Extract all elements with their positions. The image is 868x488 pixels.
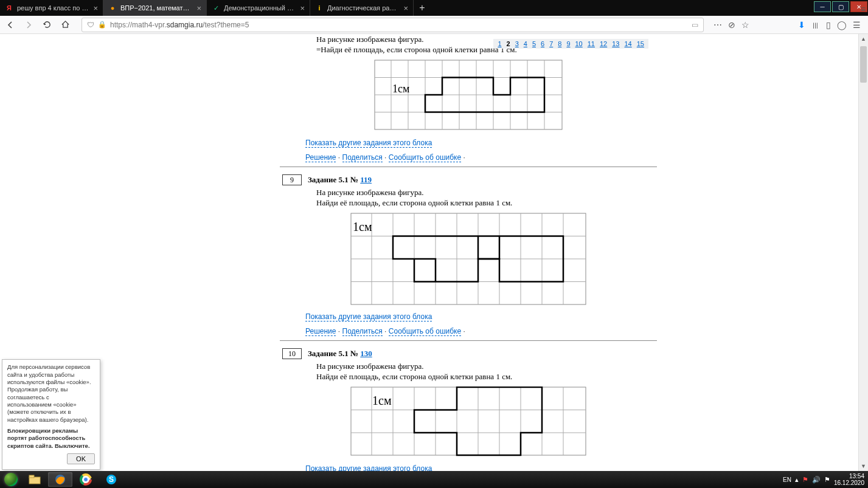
svg-text:1см: 1см — [372, 394, 392, 407]
pager-item[interactable]: 3 — [513, 40, 521, 47]
pager-item[interactable]: 15 — [635, 40, 646, 47]
close-icon[interactable]: × — [403, 4, 408, 13]
reload-button[interactable] — [40, 18, 54, 32]
report-link[interactable]: Сообщить об ошибке — [389, 327, 461, 336]
favicon-info: i — [315, 4, 324, 12]
pager-item[interactable]: 1 — [496, 40, 503, 47]
sidebar-icon[interactable]: ▯ — [826, 20, 831, 30]
task-10-text: На рисунке изображена фигура. Найди её п… — [280, 362, 657, 382]
task-10-header: 10 Задание 5.1 № 130 — [280, 348, 657, 359]
windows-taskbar: S EN ▴ ⚑ 🔊 ⚑ 13:54 16.12.2020 — [0, 471, 868, 488]
show-other-link[interactable]: Показать другие задания этого блока — [305, 312, 657, 321]
task-id-link[interactable]: 119 — [360, 175, 372, 184]
tray-language[interactable]: EN — [783, 476, 791, 483]
menu-icon[interactable]: ☰ — [853, 20, 861, 30]
page-navigator: 1 2 3 4 5 6 7 8 9 10 11 12 13 14 15 — [493, 39, 648, 49]
show-other-link[interactable]: Показать другие задания этого блока — [305, 464, 657, 471]
pager-item[interactable]: 8 — [556, 40, 563, 47]
browser-tab-3[interactable]: i Диагностическая работа по × — [310, 0, 414, 16]
window-minimize-button[interactable]: ─ — [814, 1, 831, 12]
cookie-notice: Для персонализации сервисов сайта и удоб… — [2, 359, 100, 470]
task-8-figure: 1см — [280, 60, 657, 131]
taskbar-chrome[interactable] — [74, 472, 98, 487]
more-icon[interactable]: ⋯ — [713, 20, 722, 30]
pager-item[interactable]: 11 — [586, 40, 597, 47]
svg-text:S: S — [109, 475, 114, 484]
close-icon[interactable]: × — [196, 4, 201, 13]
pager-item[interactable]: 5 — [530, 40, 538, 47]
task-10-figure: 1см — [280, 387, 657, 457]
protection-icon[interactable]: ⊘ — [728, 20, 735, 30]
share-link[interactable]: Поделиться — [342, 153, 383, 162]
tray-network-icon[interactable]: ⚑ — [824, 476, 830, 484]
svg-text:1см: 1см — [353, 220, 372, 233]
tray-chevron-icon[interactable]: ▴ — [795, 476, 799, 484]
pager-item[interactable]: 12 — [598, 40, 609, 47]
overflow-icon[interactable]: ≡ — [858, 0, 868, 18]
tray-volume-icon[interactable]: 🔊 — [812, 476, 821, 484]
pager-item[interactable]: 13 — [610, 40, 621, 47]
tab-title: ВПР−2021, математика–4: за — [120, 4, 193, 12]
favicon-yandex: Я — [5, 4, 13, 12]
pager-item[interactable]: 7 — [547, 40, 555, 47]
task-separator — [280, 167, 657, 167]
browser-tab-2[interactable]: ✓ Демонстрационный вариант × — [207, 0, 310, 16]
tab-title: решу впр 4 класс по матема — [17, 4, 89, 12]
task-9-header: 9 Задание 5.1 № 119 — [280, 174, 657, 185]
vertical-scrollbar[interactable]: ▲ ▼ — [858, 34, 868, 471]
browser-tab-0[interactable]: Я решу впр 4 класс по матема × — [0, 0, 103, 16]
task-actions: Решение · Поделиться · Сообщить об ошибк… — [305, 327, 657, 335]
solution-link[interactable]: Решение — [305, 153, 336, 162]
svg-point-51 — [84, 478, 88, 482]
start-button[interactable] — [0, 471, 22, 488]
share-link[interactable]: Поделиться — [342, 327, 383, 336]
task-id-link[interactable]: 130 — [360, 349, 372, 358]
report-link[interactable]: Сообщить об ошибке — [389, 153, 461, 162]
lock-icon[interactable]: 🔒 — [98, 21, 106, 29]
taskbar-explorer[interactable] — [23, 472, 47, 487]
scroll-up-icon[interactable]: ▲ — [859, 34, 868, 44]
forward-button[interactable] — [22, 18, 35, 32]
tray-clock[interactable]: 13:54 16.12.2020 — [834, 473, 864, 486]
tab-title: Демонстрационный вариант — [224, 4, 296, 12]
shield-icon[interactable]: 🛡 — [87, 21, 94, 29]
pager-item[interactable]: 9 — [564, 40, 572, 47]
home-button[interactable] — [58, 18, 72, 32]
pager-item[interactable]: 10 — [574, 40, 585, 47]
library-icon[interactable]: ⫼ — [811, 20, 820, 30]
account-icon[interactable]: ◯ — [837, 20, 847, 30]
favicon-sdamgia: ● — [108, 4, 117, 12]
downloads-icon[interactable]: ⬇ — [798, 20, 805, 30]
browser-tab-1[interactable]: ● ВПР−2021, математика–4: за × — [103, 0, 207, 16]
cookie-ok-button[interactable]: OK — [67, 453, 95, 464]
solution-link[interactable]: Решение — [305, 327, 336, 336]
url-text: https://math4-vpr.sdamgia.ru/test?theme=… — [110, 21, 249, 29]
show-other-link[interactable]: Показать другие задания этого блока — [305, 139, 657, 147]
reader-mode-icon[interactable]: ▭ — [692, 21, 698, 29]
url-bar[interactable]: 🛡 🔒 https://math4-vpr.sdamgia.ru/test?th… — [82, 18, 704, 32]
pager-item[interactable]: 14 — [623, 40, 634, 47]
task-number-box: 9 — [282, 174, 302, 185]
scroll-thumb[interactable] — [860, 46, 867, 83]
taskbar-firefox[interactable] — [48, 472, 72, 487]
task-separator — [280, 340, 657, 341]
taskbar-skype[interactable]: S — [99, 472, 123, 487]
window-maximize-button[interactable]: ▢ — [832, 1, 849, 12]
task-actions: Решение · Поделиться · Сообщить об ошибк… — [305, 153, 657, 162]
svg-rect-45 — [29, 475, 34, 478]
close-icon[interactable]: × — [93, 4, 98, 13]
scroll-down-icon[interactable]: ▼ — [859, 461, 868, 471]
pager-item[interactable]: 6 — [539, 40, 546, 47]
svg-rect-44 — [29, 477, 40, 484]
close-icon[interactable]: × — [300, 4, 305, 13]
browser-tabstrip: Я решу впр 4 класс по матема × ● ВПР−202… — [0, 0, 868, 16]
task-number-box: 10 — [282, 348, 302, 359]
pager-item[interactable]: 4 — [522, 40, 529, 47]
pager-item-current: 2 — [505, 40, 512, 47]
back-button[interactable] — [4, 18, 17, 32]
new-tab-button[interactable]: + — [414, 0, 431, 16]
cookie-text: Для персонализации сервисов сайта и удоб… — [7, 363, 95, 424]
tray-flag-icon[interactable]: ⚑ — [802, 476, 808, 484]
bookmark-icon[interactable]: ☆ — [741, 20, 749, 30]
cookie-warning: Блокировщики рекламы портят работоспособ… — [7, 427, 95, 450]
